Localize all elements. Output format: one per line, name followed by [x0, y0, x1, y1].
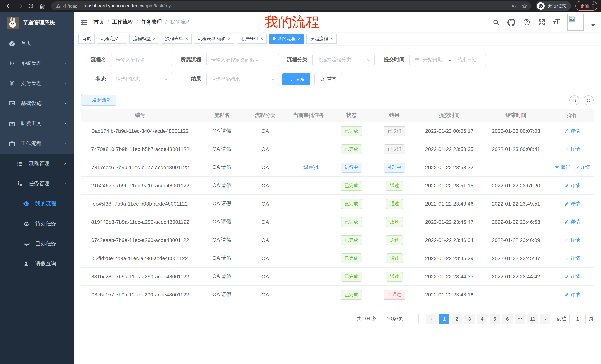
- page-button-5[interactable]: 5: [490, 314, 500, 324]
- action-cancel-link[interactable]: 取消: [554, 164, 570, 171]
- tab-my-process[interactable]: 我的流程×: [269, 34, 304, 44]
- back-icon[interactable]: [4, 1, 13, 11]
- tab-process-model[interactable]: 流程模型×: [129, 34, 159, 44]
- sidebar-item-payment[interactable]: ¥支付管理: [0, 74, 74, 94]
- start-process-button[interactable]: 发起流程: [81, 95, 116, 106]
- table-row[interactable]: 2152467e-7b9b-11ec-9a1b-acde48001122OA 请…: [81, 177, 594, 195]
- submit-time-range[interactable]: 开始日期 - 结束日期: [409, 54, 486, 66]
- action-detail-link[interactable]: 详情: [564, 237, 580, 243]
- page-size-select[interactable]: 10条/页: [383, 314, 419, 324]
- table-row[interactable]: 03c6c157-7b9a-11ec-a290-acde48001122OA 请…: [81, 286, 594, 304]
- avatar[interactable]: [567, 14, 583, 31]
- start-date-placeholder: 开始日期: [423, 56, 442, 63]
- current-task-link[interactable]: 一级审批: [298, 164, 319, 171]
- page-button-1[interactable]: 1: [439, 314, 450, 324]
- page-button-4[interactable]: 4: [477, 314, 487, 324]
- breadcrumb-item-0[interactable]: 首页: [94, 19, 104, 26]
- sidebar-item-process-mgmt[interactable]: 流程管理: [0, 153, 74, 174]
- action-detail-link[interactable]: 详情: [564, 182, 580, 189]
- tab-close-icon[interactable]: ×: [228, 36, 231, 41]
- tab-home[interactable]: 首页: [78, 34, 95, 44]
- tab-start-process[interactable]: 发起流程×: [306, 34, 337, 44]
- table-row[interactable]: 331bc281-7b9a-11ec-a290-acde48001122OA 请…: [81, 268, 594, 286]
- process-name-input[interactable]: [111, 54, 172, 66]
- forward-icon[interactable]: [15, 1, 25, 11]
- table-row[interactable]: 67c2eaab-7b9a-11ec-a290-acde48001122OA 请…: [81, 231, 594, 249]
- tab-process-def[interactable]: 流程定义×: [97, 34, 127, 44]
- table-row[interactable]: ec45f38f-7b9a-11ec-b03b-acde48001122OA 请…: [81, 195, 594, 213]
- url-bar[interactable]: 不安全 dashboard.yudao.iocoder.cn /bpm/task…: [51, 1, 531, 10]
- breadcrumb-item-1[interactable]: 工作流程: [112, 19, 133, 26]
- action-detail-link[interactable]: 详情: [564, 146, 580, 153]
- page-button-2[interactable]: 2: [452, 314, 462, 324]
- category-select[interactable]: 请选择流程分类: [312, 54, 375, 66]
- tab-process-form[interactable]: 流程表单×: [161, 34, 192, 44]
- page-button-11[interactable]: 11: [527, 314, 538, 324]
- browser-menu-icon[interactable]: [592, 3, 594, 8]
- app-logo[interactable]: 芋道管理系统: [0, 12, 74, 33]
- home-icon[interactable]: [37, 1, 47, 11]
- reload-icon[interactable]: [26, 1, 36, 11]
- table-row[interactable]: 7317cec6-7b9b-11ec-b5b7-acde48001122OA 请…: [81, 158, 594, 177]
- table-row[interactable]: 3ad174fb-7b9d-11ec-8404-acde48001122OA 请…: [81, 122, 594, 140]
- action-detail-link[interactable]: 详情: [574, 164, 590, 171]
- action-detail-link[interactable]: 详情: [564, 255, 580, 262]
- sidebar-item-done-tasks[interactable]: 已办任务: [0, 234, 74, 254]
- page-button-6[interactable]: 6: [502, 314, 513, 324]
- tab-form-edit[interactable]: 流程表单-编辑×: [194, 34, 234, 44]
- sidebar-item-task-mgmt[interactable]: 任务管理: [0, 174, 74, 194]
- table-row[interactable]: 52ffd28e-7b9a-11ec-a290-acde48001122OA 请…: [81, 249, 594, 268]
- goto-page-input[interactable]: [570, 314, 586, 324]
- page-button-3[interactable]: 3: [464, 314, 475, 324]
- action-detail-link[interactable]: 详情: [564, 273, 580, 280]
- site-security[interactable]: 不安全: [56, 3, 77, 9]
- sidebar-item-devtools[interactable]: 研发工具: [0, 114, 74, 134]
- font-size-icon[interactable]: TT: [553, 18, 559, 26]
- sidebar-item-leave-query[interactable]: 请假查询: [0, 254, 74, 274]
- show-search-toggle-icon[interactable]: [570, 95, 580, 105]
- sidebar-item-workflow[interactable]: 工作流程: [0, 134, 74, 153]
- sidebar-item-infra[interactable]: 基础设施: [0, 94, 74, 114]
- tab-close-icon[interactable]: ×: [260, 36, 263, 41]
- tab-close-icon[interactable]: ×: [121, 36, 123, 41]
- action-detail-link[interactable]: 详情: [564, 291, 580, 298]
- action-detail-link[interactable]: 详情: [564, 200, 580, 207]
- reset-button[interactable]: 重置: [314, 73, 342, 85]
- breadcrumb-item-2[interactable]: 任务管理: [141, 19, 162, 26]
- status-select[interactable]: 请选择状态: [111, 73, 172, 85]
- sidebar-item-my-process[interactable]: 我的流程: [0, 194, 74, 214]
- help-icon[interactable]: [523, 19, 531, 26]
- cell-status: 进行中: [331, 162, 371, 172]
- prev-page-button[interactable]: ‹: [426, 314, 437, 324]
- sidebar-item-todo-tasks[interactable]: 待办任务: [0, 214, 74, 234]
- tab-user-group[interactable]: 用户分组×: [237, 34, 267, 44]
- update-button[interactable]: 更新: [575, 1, 597, 11]
- cell-end-time: 2022-01-23 00:08:41: [481, 146, 551, 152]
- key-icon[interactable]: [511, 3, 517, 9]
- tab-close-icon[interactable]: ×: [153, 36, 156, 41]
- tab-close-icon[interactable]: ×: [185, 36, 188, 41]
- table-row[interactable]: 819442e8-7b9a-11ec-a290-acde48001122OA 请…: [81, 213, 594, 231]
- search-icon[interactable]: [492, 19, 500, 26]
- result-select[interactable]: 请选择流结果: [206, 73, 279, 85]
- refresh-table-icon[interactable]: [583, 95, 594, 105]
- sidebar-item-system[interactable]: ⚙系统管理: [0, 53, 74, 74]
- cell-process-name: OA 请假: [200, 182, 244, 189]
- action-detail-link[interactable]: 详情: [564, 128, 580, 134]
- cell-process-name: OA 请假: [200, 164, 244, 171]
- bookmark-star-icon[interactable]: [521, 3, 527, 9]
- sidebar-item-home[interactable]: 首页: [0, 33, 74, 53]
- avatar-caret-icon[interactable]: [591, 25, 595, 28]
- github-icon[interactable]: [507, 18, 515, 26]
- process-definition-input[interactable]: [206, 54, 279, 66]
- action-detail-link[interactable]: 详情: [564, 219, 580, 225]
- tab-close-icon[interactable]: ×: [298, 36, 300, 41]
- search-button[interactable]: 搜索: [282, 73, 310, 85]
- next-page-button[interactable]: ›: [540, 314, 551, 324]
- more-pages-button[interactable]: •••: [515, 314, 525, 324]
- menu-fold-icon[interactable]: [80, 18, 88, 26]
- fullscreen-icon[interactable]: [538, 19, 545, 26]
- cell-status: 已完成: [331, 199, 371, 209]
- table-row[interactable]: 7470a810-7b9b-11ec-b5b7-acde48001122OA 请…: [81, 140, 594, 158]
- tab-close-icon[interactable]: ×: [330, 36, 333, 41]
